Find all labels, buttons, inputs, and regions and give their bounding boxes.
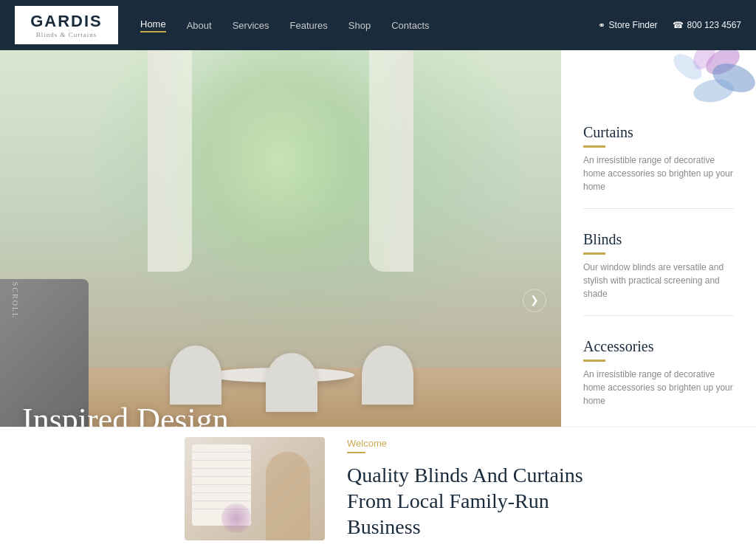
- category-accent-blinds: [583, 252, 605, 255]
- welcome-image: [185, 437, 325, 540]
- category-accent-curtains: [583, 145, 605, 148]
- nav-item-contacts[interactable]: Contacts: [391, 20, 429, 31]
- person-silhouette: [266, 452, 310, 540]
- category-blinds: Blinds Our window blinds are versatile a…: [583, 231, 734, 316]
- shutter-line: [192, 501, 251, 501]
- welcome-title-line2: From Local Family-Run: [347, 489, 549, 512]
- shutter-line: [192, 460, 251, 461]
- category-title-blinds: Blinds: [583, 231, 734, 248]
- flower-accent: [221, 503, 251, 533]
- shutter-line: [192, 484, 251, 485]
- category-accessories: Accessories An irresistible range of dec…: [583, 338, 734, 422]
- welcome-accent: [347, 452, 365, 453]
- floral-decoration: [608, 50, 756, 139]
- logo-title: GARDIS: [30, 12, 103, 31]
- welcome-text: Welcome Quality Blinds And Curtains From…: [325, 438, 734, 540]
- nav-item-features[interactable]: Features: [290, 20, 328, 31]
- shutter-line: [192, 492, 251, 493]
- slider-next-arrow[interactable]: ❯: [523, 289, 546, 312]
- phone-icon: ☎: [673, 20, 684, 30]
- welcome-title-line3: Business: [347, 515, 421, 538]
- category-desc-curtains: An irresistible range of decorative home…: [583, 154, 734, 193]
- header-utilities: ⚭ Store Finder ☎ 800 123 4567: [598, 20, 741, 30]
- shutter-line: [192, 468, 251, 469]
- category-title-accessories: Accessories: [583, 338, 734, 355]
- store-finder-label: Store Finder: [609, 20, 658, 30]
- bottom-section: Welcome Quality Blinds And Curtains From…: [0, 427, 756, 550]
- phone-number[interactable]: ☎ 800 123 4567: [673, 20, 741, 30]
- location-icon: ⚭: [598, 20, 605, 30]
- nav-item-services[interactable]: Services: [233, 20, 269, 31]
- category-accent-accessories: [583, 360, 605, 362]
- welcome-title-line1: Quality Blinds And Curtains: [347, 464, 583, 487]
- scroll-indicator: SCROLL: [11, 281, 19, 318]
- logo-subtitle: Blinds & Curtains: [36, 31, 97, 38]
- store-finder-button[interactable]: ⚭ Store Finder: [598, 20, 658, 30]
- main-nav: Home About Services Features Shop Contac…: [140, 18, 598, 32]
- category-desc-accessories: An irresistible range of decorative home…: [583, 368, 734, 408]
- welcome-title: Quality Blinds And Curtains From Local F…: [347, 462, 712, 540]
- logo[interactable]: GARDIS Blinds & Curtains: [15, 6, 118, 44]
- header: GARDIS Blinds & Curtains Home About Serv…: [0, 0, 756, 50]
- category-desc-blinds: Our window blinds are versatile and styl…: [583, 261, 734, 300]
- shutter-line: [192, 452, 251, 453]
- shutter-line: [192, 476, 251, 477]
- nav-item-home[interactable]: Home: [140, 18, 166, 32]
- welcome-label: Welcome: [347, 438, 712, 449]
- nav-item-shop[interactable]: Shop: [348, 20, 371, 31]
- nav-item-about[interactable]: About: [187, 20, 212, 31]
- phone-label: 800 123 4567: [687, 20, 741, 30]
- category-list: Curtains An irresistible range of decora…: [561, 109, 756, 459]
